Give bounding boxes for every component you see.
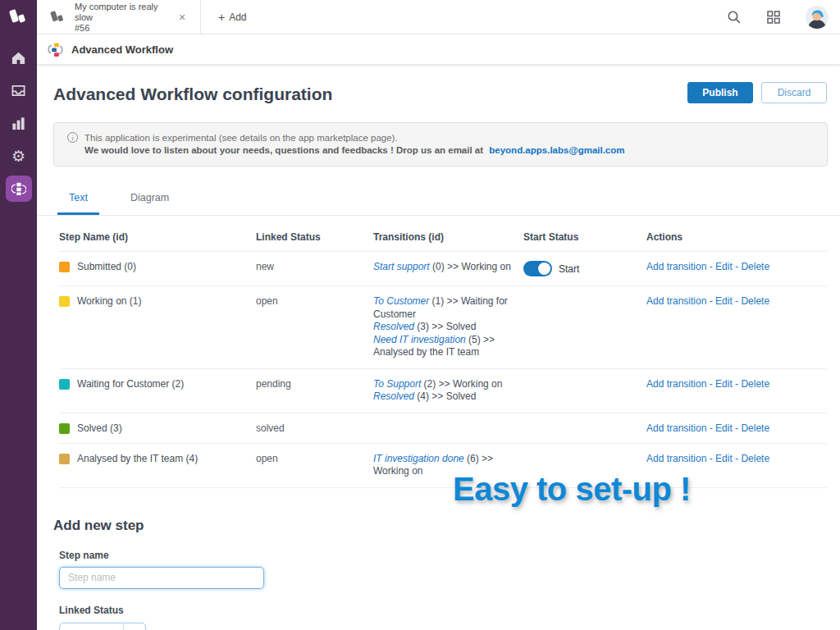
col-linked-status: Linked Status — [256, 231, 373, 243]
gear-icon: ⚙ — [11, 148, 25, 164]
action-link-add-transition[interactable]: Add transition — [646, 422, 706, 434]
sidebar-item-workflow-app[interactable] — [6, 176, 32, 202]
add-tab-button[interactable]: + Add — [202, 0, 263, 34]
ticket-tab-icon — [50, 11, 65, 23]
step-name-label: Submitted (0) — [77, 261, 136, 272]
user-avatar[interactable] — [806, 6, 829, 29]
action-link-delete[interactable]: Delete — [741, 453, 769, 464]
top-bar: My computer is realy slow #56 × + Add — [0, 0, 840, 34]
topbar-actions — [727, 0, 840, 34]
step-color-swatch — [59, 296, 70, 307]
action-link-delete[interactable]: Delete — [741, 295, 769, 307]
tab-text[interactable]: Text — [57, 185, 99, 215]
table-row: Submitted (0)newStart support (0) >> Wor… — [59, 252, 827, 286]
step-name-label: Solved (3) — [77, 422, 122, 434]
home-icon — [11, 50, 26, 66]
step-color-swatch — [59, 262, 70, 272]
transition-link[interactable]: Resolved — [373, 321, 414, 332]
col-step-name: Step Name (id) — [59, 231, 256, 243]
actions-cell: Add transition - Edit - Delete — [646, 378, 827, 390]
sidebar: ⚙ — [0, 34, 37, 630]
step-name-input[interactable] — [59, 567, 264, 589]
transition-target: (4) >> Solved — [414, 390, 476, 402]
inbox-icon — [11, 83, 26, 98]
table-header-row: Step Name (id) Linked Status Transitions… — [59, 216, 827, 252]
sidebar-item-tickets[interactable] — [0, 74, 37, 107]
step-name-label: Working on (1) — [77, 295, 141, 307]
transition-link[interactable]: Resolved — [373, 390, 414, 402]
discard-button[interactable]: Discard — [761, 82, 827, 103]
brand-logo[interactable] — [0, 0, 37, 34]
linked-status-label: Linked Status — [59, 605, 840, 616]
action-separator: - — [733, 295, 742, 307]
transition-line: Start support (0) >> Working on — [373, 261, 523, 274]
step-name-cell: Working on (1) — [59, 295, 256, 307]
search-icon[interactable] — [727, 10, 742, 25]
col-actions: Actions — [646, 231, 827, 243]
ticket-tab-title: My computer is realy slow #56 — [75, 2, 177, 34]
step-name-cell: Solved (3) — [59, 422, 256, 434]
col-transitions: Transitions (id) — [373, 231, 523, 243]
action-separator: - — [733, 453, 742, 464]
action-link-add-transition[interactable]: Add transition — [646, 261, 706, 272]
plus-icon: + — [218, 11, 225, 24]
chevron-down-icon — [123, 623, 145, 630]
action-link-edit[interactable]: Edit — [715, 422, 733, 434]
sidebar-item-reports[interactable] — [0, 107, 37, 139]
experimental-banner: i This application is experimental (see … — [53, 122, 828, 167]
linked-status-cell: new — [256, 261, 373, 272]
transition-link[interactable]: Need IT investigation — [373, 334, 466, 345]
sidebar-item-settings[interactable]: ⚙ — [0, 139, 37, 172]
transition-link[interactable]: To Customer — [373, 295, 429, 307]
action-link-edit[interactable]: Edit — [715, 261, 733, 272]
sidebar-item-home[interactable] — [0, 41, 37, 74]
tab-diagram[interactable]: Diagram — [119, 185, 180, 215]
action-link-delete[interactable]: Delete — [741, 261, 769, 272]
action-separator: - — [706, 453, 715, 464]
contact-email-link[interactable]: beyond.apps.labs@gmail.com — [489, 145, 624, 155]
table-row: Analysed by the IT team (4)openIT invest… — [59, 444, 827, 488]
start-toggle[interactable] — [523, 261, 552, 276]
action-separator: - — [733, 261, 742, 272]
apps-grid-icon[interactable] — [766, 10, 781, 25]
publish-button[interactable]: Publish — [687, 82, 753, 103]
step-color-swatch — [59, 454, 70, 464]
transition-link[interactable]: IT investigation done — [373, 453, 464, 464]
actions-cell: Add transition - Edit - Delete — [646, 453, 827, 464]
transition-line: To Support (2) >> Working on — [373, 378, 523, 391]
action-separator: - — [706, 295, 715, 307]
step-name-cell: Waiting for Customer (2) — [59, 378, 256, 390]
workflow-table: Step Name (id) Linked Status Transitions… — [59, 216, 827, 488]
table-row: Working on (1)openTo Customer (1) >> Wai… — [59, 286, 827, 369]
transition-line: To Customer (1) >> Waiting for Customer — [373, 295, 523, 321]
linked-status-select[interactable]: New — [59, 623, 146, 630]
bar-chart-icon — [11, 116, 26, 131]
app-header: Advanced Workflow — [37, 34, 840, 65]
ticket-tab[interactable]: My computer is realy slow #56 × — [37, 0, 201, 34]
transition-link[interactable]: To Support — [373, 378, 421, 390]
col-start-status: Start Status — [523, 231, 646, 243]
action-link-delete[interactable]: Delete — [741, 378, 769, 390]
transition-link[interactable]: Start support — [373, 261, 430, 272]
transition-target: (0) >> Working on — [430, 261, 511, 272]
banner-line1: This application is experimental (see de… — [84, 133, 398, 143]
transition-target: (3) >> Solved — [414, 321, 476, 332]
transitions-cell: To Customer (1) >> Waiting for CustomerR… — [373, 295, 523, 359]
transitions-cell: To Support (2) >> Working onResolved (4)… — [373, 378, 523, 404]
table-row: Waiting for Customer (2)pendingTo Suppor… — [59, 369, 827, 413]
action-link-delete[interactable]: Delete — [741, 422, 769, 434]
action-link-add-transition[interactable]: Add transition — [646, 453, 706, 464]
action-link-edit[interactable]: Edit — [715, 378, 733, 390]
main-content: Advanced Workflow configuration Publish … — [37, 66, 840, 630]
banner-line2: We would love to listen about your needs… — [84, 145, 483, 155]
action-link-add-transition[interactable]: Add transition — [646, 378, 706, 390]
action-link-add-transition[interactable]: Add transition — [646, 295, 706, 307]
add-step-title: Add new step — [53, 518, 840, 534]
action-link-edit[interactable]: Edit — [715, 453, 733, 464]
transition-line: Resolved (4) >> Solved — [373, 390, 523, 404]
step-name-cell: Analysed by the IT team (4) — [59, 453, 256, 464]
step-color-swatch — [59, 423, 70, 434]
close-icon[interactable]: × — [179, 11, 185, 24]
action-link-edit[interactable]: Edit — [715, 295, 733, 307]
toggle-knob — [538, 262, 550, 275]
